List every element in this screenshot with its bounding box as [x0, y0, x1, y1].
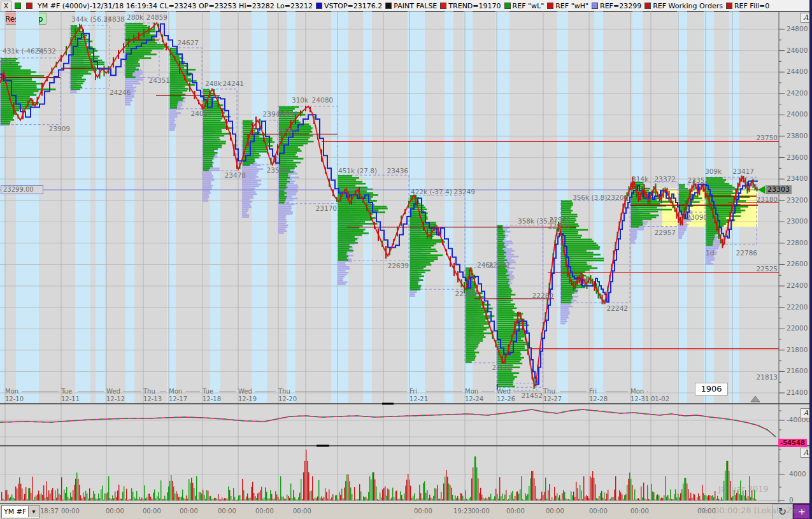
ref-price-label: 23299.00 — [1, 185, 43, 194]
window-edge — [809, 0, 812, 519]
time-axis: 18:3700:0000:0000:0000:0000:0000:0000:00… — [0, 504, 812, 519]
time-axis-label: 00:00 — [546, 508, 564, 515]
delta-value-marker: -54548 — [778, 439, 807, 447]
time-axis-label: 00:00 — [414, 508, 432, 515]
time-axis-label: 00:00 — [293, 508, 311, 515]
axes — [0, 11, 812, 507]
trend-line — [0, 23, 758, 387]
poc-lines — [0, 40, 758, 299]
chart-canvas[interactable] — [0, 0, 812, 519]
watermark-clock: Mi. 00:00:28 (Lokale Zeit) — [699, 506, 806, 515]
time-axis-label: 19:23 — [453, 508, 472, 515]
delta-line — [0, 409, 776, 437]
time-axis-label: 00:00 — [106, 508, 124, 515]
time-axis-label: 00:00 — [255, 508, 274, 515]
countdown-box: 1906 — [695, 383, 728, 395]
watermark-date: Januar 2019 — [718, 484, 769, 494]
time-axis-label: 18:37 — [40, 508, 59, 515]
time-axis-label: 00:00 — [471, 508, 490, 515]
ref-lines — [0, 141, 779, 348]
time-axis-label: 00:00 — [218, 508, 236, 515]
time-axis-label: 00:00 — [589, 508, 608, 515]
bottom-toolbar: YM #F ▼ 18:3700:0000:0000:0000:0000:0000… — [0, 503, 812, 519]
time-axis-label: 00:00 — [630, 508, 649, 515]
gridlines — [0, 11, 779, 502]
time-axis-label: 00:00 — [506, 508, 525, 515]
time-axis-label: 00:00 — [61, 508, 80, 515]
last-price-marker: 23303 — [766, 185, 792, 194]
volume-bars — [1, 450, 756, 501]
time-axis-label: 00:00 — [143, 508, 161, 515]
trading-chart-window: X YM #F (4000v)-12/31/18 16:19:34 CL=232… — [0, 0, 812, 519]
time-axis-label: 00:00 — [180, 508, 198, 515]
